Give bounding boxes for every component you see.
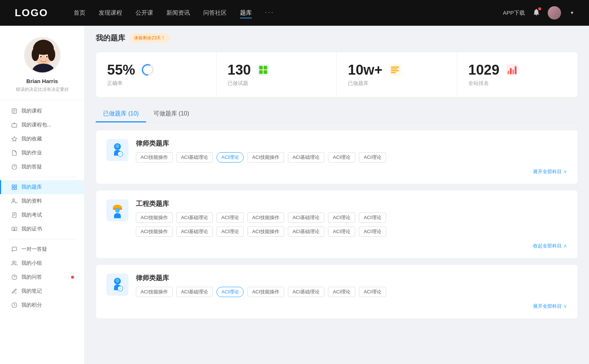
nav-link-bank[interactable]: 题库 — [240, 8, 252, 18]
stat-done-questions-icon — [256, 63, 271, 77]
nav-links: 首页 发现课程 公开课 新闻资讯 问答社区 题库 ··· — [74, 8, 503, 18]
tag-2-1[interactable]: ACI基础理论 — [176, 213, 213, 223]
tag-3-6[interactable]: ACI理论 — [359, 287, 386, 297]
svg-rect-23 — [15, 188, 17, 189]
tag-3-0[interactable]: ACI技能操作 — [136, 287, 173, 297]
sidebar-item-homework-label: 我的作业 — [21, 150, 42, 156]
user-menu-chevron[interactable]: ▼ — [570, 10, 574, 15]
tag-1-3[interactable]: ACI技能操作 — [247, 152, 284, 163]
svg-point-45 — [115, 208, 120, 213]
nav-link-discover[interactable]: 发现课程 — [99, 8, 122, 18]
notification-bell[interactable] — [532, 8, 540, 18]
tag-2-5[interactable]: ACI理论 — [328, 213, 355, 223]
stat-accuracy-label: 正确率 — [107, 80, 205, 87]
profile-name: Brian Harris — [27, 78, 58, 84]
tag-2-2[interactable]: ACI理论 — [216, 213, 244, 223]
sidebar-item-notes[interactable]: 我的笔记 — [0, 284, 84, 298]
stat-accuracy-num: 55% — [107, 63, 135, 77]
sidebar-item-group[interactable]: 我的小组 — [0, 256, 84, 270]
sidebar-item-bank[interactable]: 我的题库 — [0, 180, 84, 194]
sidebar-item-course[interactable]: 我的课程 — [0, 104, 84, 118]
stat-done-banks-top: 10w+ — [348, 63, 446, 77]
tag-3-4[interactable]: ACI基础理论 — [288, 287, 325, 297]
tab-todo[interactable]: 可做题库 (10) — [146, 106, 197, 122]
sidebar-item-my-qa[interactable]: 我的问答 — [0, 270, 84, 284]
qbank-title-2: 工程类题库 — [136, 199, 567, 208]
stat-done-questions-num: 130 — [228, 63, 251, 77]
lawyer-bank-icon-2: ✓ — [106, 274, 128, 296]
tag-2b-1[interactable]: ACI基础理论 — [176, 226, 213, 237]
page-wrap: Brian Harris 错误的决定比没有决定要好 我的课程 我的课程包... — [0, 0, 589, 364]
tag-3-3[interactable]: ACI技能操作 — [247, 287, 284, 297]
tab-row: 已做题库 (10) 可做题库 (10) — [96, 106, 578, 122]
qbank-card-header-1: ✓ 律师类题库 ACI技能操作 ACI基础理论 ACI理论 ACI技能操作 AC… — [106, 139, 567, 163]
tag-1-1[interactable]: ACI基础理论 — [176, 152, 213, 163]
trial-badge: 体验剩余23天！ — [130, 33, 170, 43]
sidebar: Brian Harris 错误的决定比没有决定要好 我的课程 我的课程包... — [0, 26, 85, 364]
nav-link-more[interactable]: ··· — [265, 8, 274, 18]
tag-2b-5[interactable]: ACI理论 — [328, 226, 355, 237]
tab-done[interactable]: 已做题库 (10) — [96, 106, 146, 122]
my-qa-icon — [11, 274, 18, 281]
bank-icon — [11, 184, 18, 190]
tag-1-5[interactable]: ACI理论 — [328, 152, 355, 163]
user-avatar[interactable] — [548, 6, 561, 19]
nav-link-home[interactable]: 首页 — [74, 8, 85, 18]
qbank-card-engineer: 工程类题库 ACI技能操作 ACI基础理论 ACI理论 ACI技能操作 ACI基… — [96, 190, 578, 258]
sidebar-item-cert[interactable]: 我的证书 — [0, 222, 84, 236]
tag-2-4[interactable]: ACI基础理论 — [288, 213, 325, 223]
qbank-title-3: 律师类题库 — [136, 274, 567, 282]
tag-3-5[interactable]: ACI理论 — [328, 287, 355, 297]
expand-link-1[interactable]: 展开全部科目 ∨ — [106, 168, 567, 175]
stats-row: 55% 正确率 130 — [96, 52, 578, 97]
sidebar-item-qa[interactable]: 我的答疑 — [0, 160, 84, 174]
tags-row-3: ACI技能操作 ACI基础理论 ACI理论 ACI技能操作 ACI基础理论 AC… — [136, 287, 567, 297]
tag-2b-4[interactable]: ACI基础理论 — [288, 226, 325, 237]
sidebar-item-cert-label: 我的证书 — [21, 226, 42, 232]
notification-dot — [538, 7, 541, 10]
stat-done-questions-top: 130 — [228, 63, 325, 77]
chat-icon — [11, 246, 18, 253]
sidebar-item-package[interactable]: 我的课程包... — [0, 118, 84, 132]
sidebar-item-course-label: 我的课程 — [21, 108, 42, 114]
sidebar-item-score[interactable]: 我的积分 — [0, 298, 84, 312]
tag-2b-2[interactable]: ACI理论 — [216, 226, 244, 237]
tag-1-4[interactable]: ACI基础理论 — [288, 152, 325, 163]
package-icon — [11, 122, 18, 128]
nav-link-news[interactable]: 新闻资讯 — [166, 8, 190, 18]
qbank-title-1: 律师类题库 — [136, 139, 567, 148]
tag-3-1[interactable]: ACI基础理论 — [176, 287, 213, 297]
tag-2-0[interactable]: ACI技能操作 — [136, 213, 173, 223]
stat-accuracy: 55% 正确率 — [96, 52, 216, 97]
tag-2-3[interactable]: ACI技能操作 — [247, 213, 284, 223]
sidebar-item-score-label: 我的积分 — [21, 302, 42, 308]
tag-3-2[interactable]: ACI理论 — [216, 287, 244, 297]
tag-1-6[interactable]: ACI理论 — [359, 152, 386, 163]
tag-1-2[interactable]: ACI理论 — [216, 152, 244, 163]
tag-2-6[interactable]: ACI理论 — [359, 213, 386, 223]
tag-1-0[interactable]: ACI技能操作 — [136, 152, 173, 163]
svg-point-47 — [116, 278, 120, 283]
tag-2b-6[interactable]: ACI理论 — [359, 226, 386, 237]
svg-point-40 — [116, 144, 120, 148]
stat-ranking-icon — [505, 63, 519, 77]
tag-2b-3[interactable]: ACI技能操作 — [247, 226, 284, 237]
sidebar-item-homework[interactable]: 我的作业 — [0, 146, 84, 160]
collapse-link-2[interactable]: 收起全部科目 ∧ — [106, 243, 567, 249]
sidebar-item-material-label: 我的资料 — [21, 198, 42, 204]
nav-link-qa[interactable]: 问答社区 — [203, 8, 227, 18]
sidebar-item-1on1[interactable]: 一对一答疑 — [0, 242, 84, 256]
expand-link-3[interactable]: 展开全部科目 ∨ — [106, 303, 567, 310]
sidebar-item-favorites[interactable]: 我的收藏 — [0, 132, 84, 146]
sidebar-item-material[interactable]: 我的资料 — [0, 194, 84, 208]
qbank-info-1: 律师类题库 ACI技能操作 ACI基础理论 ACI理论 ACI技能操作 ACI基… — [136, 139, 567, 163]
stat-ranking-label: 全站排名 — [468, 80, 567, 87]
nav-link-open[interactable]: 公开课 — [135, 8, 153, 18]
question-icon — [11, 164, 18, 170]
exam-icon — [11, 212, 18, 218]
app-download-button[interactable]: APP下载 — [503, 10, 525, 17]
avatar — [24, 37, 61, 74]
sidebar-item-exam[interactable]: 我的考试 — [0, 208, 84, 222]
svg-marker-17 — [12, 136, 17, 141]
tag-2b-0[interactable]: ACI技能操作 — [136, 226, 173, 237]
